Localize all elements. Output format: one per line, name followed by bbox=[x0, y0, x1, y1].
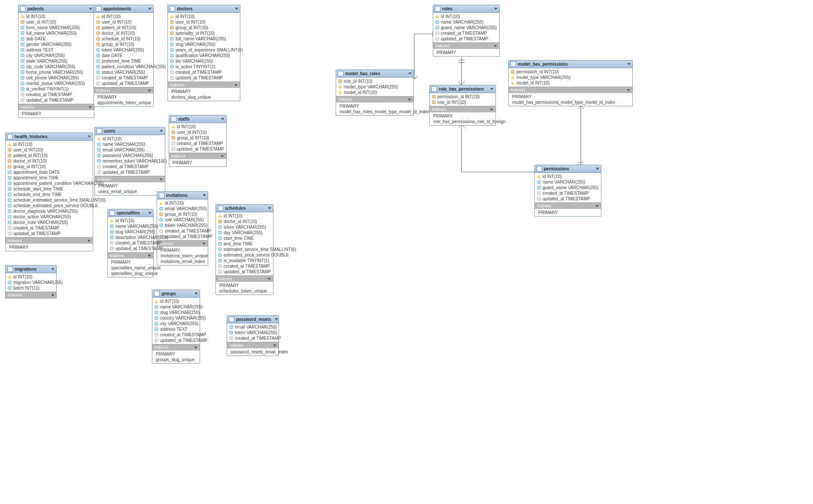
table-titlebar[interactable]: health_histories bbox=[6, 133, 93, 141]
column-row[interactable]: updated_at TIMESTAMP bbox=[169, 146, 226, 152]
chevron-down-icon[interactable] bbox=[494, 45, 497, 47]
table-users[interactable]: usersid INT(10)name VARCHAR(255)email VA… bbox=[94, 127, 165, 196]
column-row[interactable]: token VARCHAR(255) bbox=[216, 224, 273, 230]
index-row[interactable]: PRIMARY bbox=[18, 111, 94, 117]
chevron-down-icon[interactable] bbox=[87, 240, 91, 242]
index-row[interactable]: PRIMARY bbox=[433, 50, 499, 55]
chevron-down-icon[interactable] bbox=[89, 8, 92, 10]
indexes-header[interactable]: Indexes bbox=[152, 344, 200, 350]
index-row[interactable]: specialities_name_unique bbox=[108, 265, 153, 271]
table-titlebar[interactable]: model_has_roles bbox=[336, 70, 413, 78]
chevron-down-icon[interactable] bbox=[51, 268, 55, 270]
column-row[interactable]: cell_phone VARCHAR(255) bbox=[18, 75, 94, 81]
column-row[interactable]: user_id INT(10) bbox=[169, 130, 226, 135]
index-row[interactable]: PRIMARY bbox=[216, 283, 273, 288]
column-row[interactable]: start_time TIME bbox=[216, 235, 273, 241]
table-titlebar[interactable]: patients bbox=[18, 5, 94, 13]
table-patients[interactable]: patientsid INT(10)user_id INT(10)form_na… bbox=[18, 5, 94, 118]
chevron-down-icon[interactable] bbox=[202, 243, 206, 245]
column-row[interactable]: name VARCHAR(255) bbox=[535, 179, 601, 185]
column-row[interactable]: slug VARCHAR(255) bbox=[152, 310, 200, 315]
column-row[interactable]: id INT(10) bbox=[6, 274, 56, 280]
column-row[interactable]: appointment_date DATE bbox=[6, 169, 93, 175]
table-titlebar[interactable]: appointments bbox=[94, 5, 153, 13]
chevron-down-icon[interactable] bbox=[273, 344, 276, 347]
column-row[interactable]: guard_name VARCHAR(255) bbox=[535, 185, 601, 190]
column-row[interactable]: created_at TIMESTAMP bbox=[152, 332, 200, 338]
column-row[interactable]: id INT(10) bbox=[535, 174, 601, 179]
column-row[interactable]: created_at TIMESTAMP bbox=[216, 263, 273, 269]
index-row[interactable]: PRIMARY bbox=[336, 103, 413, 109]
column-row[interactable]: created_at TIMESTAMP bbox=[169, 141, 226, 146]
column-row[interactable]: guard_name VARCHAR(255) bbox=[433, 25, 499, 30]
chevron-down-icon[interactable] bbox=[490, 109, 493, 111]
chevron-down-icon[interactable] bbox=[221, 155, 224, 157]
column-row[interactable]: user_id INT(10) bbox=[168, 19, 240, 25]
index-row[interactable]: invitations_token_unique bbox=[157, 253, 208, 259]
column-row[interactable]: email VARCHAR(255) bbox=[157, 206, 208, 211]
indexes-header[interactable]: Indexes bbox=[108, 252, 153, 259]
index-row[interactable]: PRIMARY bbox=[6, 244, 93, 250]
column-row[interactable]: patient_condition VARCHAR(255) bbox=[94, 64, 153, 69]
column-row[interactable]: state VARCHAR(255) bbox=[18, 58, 94, 64]
chevron-down-icon[interactable] bbox=[494, 8, 498, 10]
column-row[interactable]: updated_at TIMESTAMP bbox=[95, 169, 165, 175]
column-row[interactable]: updated_at TIMESTAMP bbox=[168, 75, 240, 81]
index-row[interactable]: PRIMARY bbox=[168, 89, 240, 94]
column-row[interactable]: dob DATE bbox=[18, 36, 94, 42]
column-row[interactable]: id INT(10) bbox=[152, 299, 200, 304]
column-row[interactable]: appointment_patient_condition VARCHAR(25… bbox=[6, 181, 93, 186]
column-row[interactable]: zip_code VARCHAR(255) bbox=[18, 64, 94, 69]
column-row[interactable]: id INT(10) bbox=[168, 14, 240, 19]
chevron-down-icon[interactable] bbox=[194, 347, 197, 349]
table-titlebar[interactable]: model_has_permissions bbox=[509, 60, 632, 68]
chevron-down-icon[interactable] bbox=[408, 72, 412, 75]
chevron-down-icon[interactable] bbox=[221, 118, 224, 120]
column-row[interactable]: day VARCHAR(255) bbox=[216, 230, 273, 235]
column-row[interactable]: updated_at TIMESTAMP bbox=[216, 269, 273, 275]
column-row[interactable]: updated_at TIMESTAMP bbox=[535, 196, 601, 202]
er-diagram-canvas[interactable]: { "indexes_label": "Indexes", "icon_lege… bbox=[0, 0, 813, 504]
table-titlebar[interactable]: permissions bbox=[535, 165, 601, 173]
table-model_has_roles[interactable]: model_has_rolesrole_id INT(10)model_type… bbox=[336, 69, 414, 116]
chevron-down-icon[interactable] bbox=[88, 106, 92, 109]
table-titlebar[interactable]: users bbox=[95, 127, 165, 135]
column-row[interactable]: schedule_estimated_service_time SMALLINT… bbox=[6, 197, 93, 203]
table-titlebar[interactable]: roles bbox=[433, 5, 499, 13]
index-row[interactable]: users_email_unique bbox=[95, 189, 165, 194]
table-permissions[interactable]: permissionsid INT(10)name VARCHAR(255)gu… bbox=[534, 165, 601, 217]
column-row[interactable]: token VARCHAR(255) bbox=[227, 330, 279, 335]
table-migrations[interactable]: migrationsid INT(10)migration VARCHAR(25… bbox=[5, 265, 57, 299]
column-row[interactable]: doctor_id INT(10) bbox=[216, 219, 273, 224]
column-row[interactable]: updated_at TIMESTAMP bbox=[108, 246, 153, 251]
column-row[interactable]: city VARCHAR(255) bbox=[152, 321, 200, 326]
column-row[interactable]: doctor_id INT(10) bbox=[6, 158, 93, 164]
column-row[interactable]: id INT(10) bbox=[108, 218, 153, 223]
chevron-down-icon[interactable] bbox=[160, 130, 163, 132]
chevron-down-icon[interactable] bbox=[148, 90, 151, 92]
indexes-header[interactable]: Indexes bbox=[95, 176, 165, 182]
index-row[interactable]: password_resets_email_index bbox=[227, 349, 279, 355]
column-row[interactable]: group_id INT(10) bbox=[168, 25, 240, 30]
column-row[interactable]: group_id INT(10) bbox=[6, 164, 93, 169]
column-row[interactable]: name VARCHAR(255) bbox=[433, 19, 499, 25]
column-row[interactable]: status VARCHAR(255) bbox=[94, 69, 153, 75]
chevron-right-icon[interactable] bbox=[52, 293, 54, 297]
column-row[interactable]: patient_id INT(10) bbox=[94, 25, 153, 30]
column-row[interactable]: doctor_note VARCHAR(255) bbox=[6, 220, 93, 225]
column-row[interactable]: gender VARCHAR(255) bbox=[18, 42, 94, 47]
index-row[interactable]: model_has_roles_model_type_model_id_inde… bbox=[336, 109, 413, 115]
column-row[interactable]: created_at TIMESTAMP bbox=[227, 335, 279, 341]
indexes-header[interactable]: Indexes bbox=[535, 202, 601, 209]
column-row[interactable]: is_available TINYINT(1) bbox=[216, 258, 273, 263]
index-row[interactable]: PRIMARY bbox=[509, 94, 632, 100]
chevron-down-icon[interactable] bbox=[490, 88, 494, 90]
index-row[interactable]: invitations_email_index bbox=[157, 259, 208, 264]
column-row[interactable]: doctor_action VARCHAR(255) bbox=[6, 214, 93, 220]
chevron-down-icon[interactable] bbox=[148, 8, 152, 10]
index-row[interactable]: schedules_token_unique bbox=[216, 288, 273, 294]
column-row[interactable]: schedule_end_time TIME bbox=[6, 192, 93, 197]
column-row[interactable]: patient_id INT(10) bbox=[6, 153, 93, 158]
column-row[interactable]: schedule_start_time TIME bbox=[6, 186, 93, 192]
indexes-header[interactable]: Indexes bbox=[157, 240, 208, 247]
